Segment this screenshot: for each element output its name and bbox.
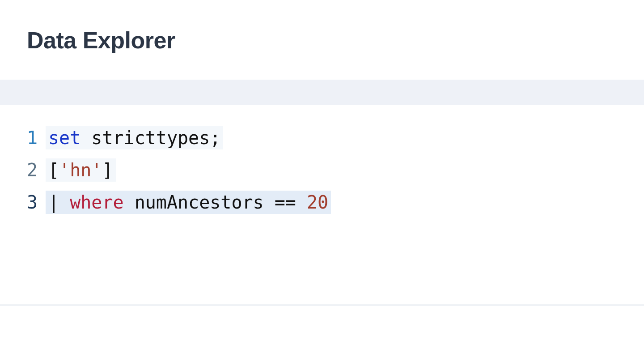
line-number: 2 bbox=[25, 160, 46, 180]
token: stricttypes; bbox=[80, 128, 220, 148]
token: | bbox=[48, 192, 70, 213]
editor-line[interactable]: 3| where numAncestors == 20 bbox=[25, 191, 644, 223]
token: 20 bbox=[307, 192, 328, 213]
line-number: 1 bbox=[25, 128, 46, 148]
page-title: Data Explorer bbox=[0, 0, 644, 54]
code-content[interactable]: ['hn'] bbox=[46, 158, 116, 182]
token: numAncestors bbox=[135, 192, 264, 213]
token: ] bbox=[102, 160, 113, 180]
token: [ bbox=[48, 160, 59, 180]
code-content[interactable]: | where numAncestors == 20 bbox=[46, 191, 331, 214]
token: 'hn' bbox=[59, 160, 102, 180]
query-editor[interactable]: 1set stricttypes;2['hn']3| where numAnce… bbox=[0, 105, 644, 223]
code-content[interactable]: set stricttypes; bbox=[46, 126, 223, 149]
token bbox=[124, 192, 135, 213]
token: set bbox=[48, 128, 80, 148]
toolbar-band bbox=[0, 80, 644, 105]
token: where bbox=[70, 192, 123, 213]
editor-line[interactable]: 2['hn'] bbox=[25, 158, 644, 191]
token: == bbox=[264, 192, 307, 213]
line-number: 3 bbox=[25, 192, 46, 213]
footer-divider bbox=[0, 304, 644, 306]
editor-line[interactable]: 1set stricttypes; bbox=[25, 126, 644, 158]
